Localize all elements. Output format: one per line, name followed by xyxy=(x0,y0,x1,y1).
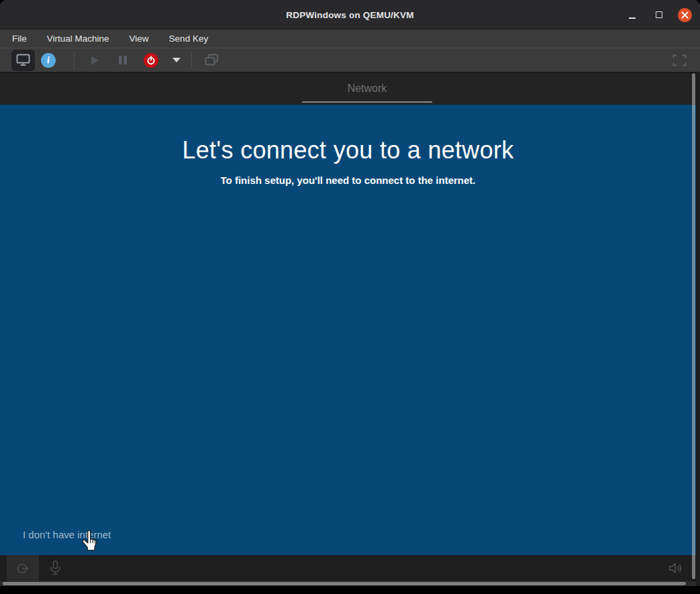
menu-view[interactable]: View xyxy=(130,34,149,44)
shutdown-icon xyxy=(144,53,158,68)
snapshots-icon xyxy=(205,54,219,66)
maximize-button[interactable] xyxy=(651,7,667,23)
volume-button[interactable] xyxy=(666,555,685,581)
close-icon xyxy=(681,11,689,19)
fullscreen-button[interactable] xyxy=(669,48,689,72)
microphone-button[interactable] xyxy=(46,555,64,581)
toolbar-separator xyxy=(74,52,74,68)
ease-of-access-icon xyxy=(16,562,30,575)
volume-icon xyxy=(668,562,683,574)
vm-details-info-icon: i xyxy=(41,53,56,68)
run-button[interactable] xyxy=(85,55,104,66)
toolbar: i xyxy=(0,48,700,72)
guest-display[interactable]: Network Let's connect you to a network T… xyxy=(0,72,696,586)
menu-virtual-machine[interactable]: Virtual Machine xyxy=(47,34,109,44)
snapshots-button[interactable] xyxy=(201,54,221,66)
oobe-content: Let's connect you to a network To finish… xyxy=(0,105,696,555)
shutdown-button[interactable] xyxy=(142,53,160,68)
vm-details-button[interactable]: i xyxy=(40,50,56,71)
minimize-icon xyxy=(629,17,636,19)
horizontal-scrollbar[interactable] xyxy=(0,581,696,586)
shutdown-menu-caret-icon xyxy=(172,58,181,62)
ease-of-access-button[interactable] xyxy=(7,555,39,581)
page-title: Let's connect you to a network xyxy=(0,105,696,164)
pause-icon xyxy=(118,55,128,65)
page-subtitle: To finish setup, you'll need to connect … xyxy=(0,175,696,186)
oobe-footer xyxy=(0,555,696,581)
no-internet-link[interactable]: I don't have internet xyxy=(23,529,111,540)
graphical-console-icon xyxy=(16,54,30,66)
menubar: File Virtual Machine View Send Key xyxy=(0,30,700,48)
run-icon xyxy=(90,55,100,66)
vertical-scrollbar[interactable] xyxy=(691,72,696,581)
titlebar[interactable]: RDPWindows on QEMU/KVM xyxy=(0,0,700,30)
pause-button[interactable] xyxy=(113,55,132,65)
desktop: RDPWindows on QEMU/KVM File Virtual Mach… xyxy=(0,0,700,594)
close-button[interactable] xyxy=(678,8,692,22)
virt-manager-window: RDPWindows on QEMU/KVM File Virtual Mach… xyxy=(0,0,700,586)
microphone-icon xyxy=(49,560,62,576)
fullscreen-icon xyxy=(672,54,687,66)
oobe-step-underline xyxy=(302,101,432,103)
maximize-icon xyxy=(656,11,662,18)
menu-file[interactable]: File xyxy=(12,34,27,44)
minimize-button[interactable] xyxy=(624,7,640,23)
window-title: RDPWindows on QEMU/KVM xyxy=(0,0,700,30)
oobe-header: Network xyxy=(0,72,696,105)
toolbar-separator xyxy=(191,52,192,68)
vertical-scrollbar-thumb[interactable] xyxy=(692,73,695,579)
horizontal-scrollbar-thumb[interactable] xyxy=(3,582,686,585)
graphical-console-button[interactable] xyxy=(11,50,35,71)
shutdown-menu-button[interactable] xyxy=(168,58,185,62)
menu-send-key[interactable]: Send Key xyxy=(169,34,209,44)
oobe-step-network: Network xyxy=(302,83,432,95)
window-controls xyxy=(624,0,692,30)
